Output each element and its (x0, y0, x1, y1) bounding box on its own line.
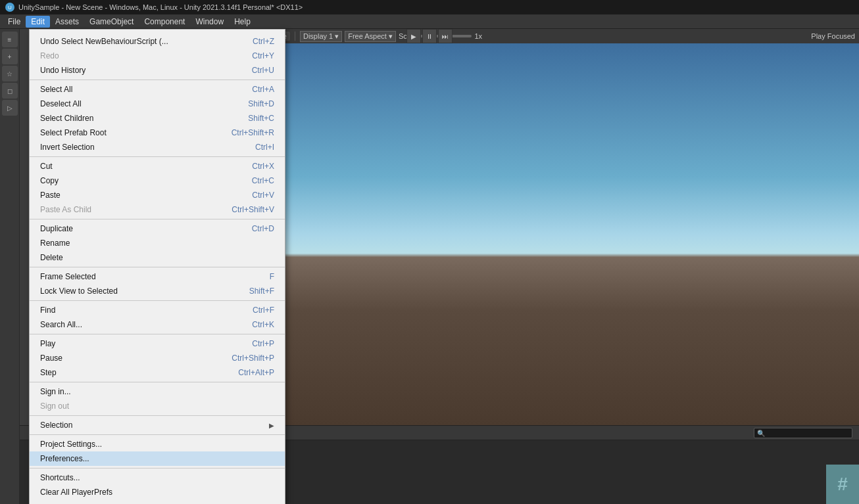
menu-assets[interactable]: Assets (50, 16, 84, 28)
menu-bar: File Edit Assets GameObject Component Wi… (0, 14, 859, 29)
display-dropdown[interactable]: Display 1 ▾ (300, 31, 342, 42)
menu-lock-view-to-selected[interactable]: Lock View to Selected Shift+F (30, 284, 285, 298)
menu-preferences[interactable]: Preferences... (30, 451, 285, 466)
menu-gameobject[interactable]: GameObject (84, 16, 139, 28)
sidebar-btn-5[interactable]: ▷ (2, 100, 18, 116)
sidebar-btn-2[interactable]: + (2, 49, 18, 64)
menu-cut[interactable]: Cut Ctrl+X (30, 159, 285, 173)
aspect-dropdown-arrow: ▾ (389, 32, 393, 41)
menu-component[interactable]: Component (139, 16, 190, 28)
menu-select-all[interactable]: Select All Ctrl+A (30, 82, 285, 97)
toolbar-separator-1 (295, 32, 295, 41)
menu-sign-in[interactable]: Sign in... (30, 384, 285, 399)
menu-redo[interactable]: Redo Ctrl+Y (30, 49, 285, 63)
menu-edit[interactable]: Edit (26, 16, 50, 28)
play-focused-label: Play Focused (811, 32, 855, 40)
menu-section-clipboard: Cut Ctrl+X Copy Ctrl+C Paste Ctrl+V Past… (30, 157, 285, 219)
app-icon: U (5, 3, 14, 12)
menu-section-play: Play Ctrl+P Pause Ctrl+Shift+P Step Ctrl… (30, 334, 285, 382)
menu-project-settings[interactable]: Project Settings... (30, 437, 285, 451)
menu-selection[interactable]: Selection ▶ (30, 418, 285, 432)
search-icon: 🔍 (757, 430, 765, 437)
menu-section-settings: Project Settings... Preferences... (30, 435, 285, 469)
sidebar-btn-3[interactable]: ☆ (2, 66, 18, 81)
menu-undo-history[interactable]: Undo History Ctrl+U (30, 63, 285, 78)
menu-clear-playerprefs[interactable]: Clear All PlayerPrefs (30, 485, 285, 499)
menu-section-select: Select All Ctrl+A Deselect All Shift+D S… (30, 80, 285, 157)
menu-shortcuts[interactable]: Shortcuts... (30, 470, 285, 485)
menu-section-selection: Selection ▶ (30, 416, 285, 435)
hash-symbol: # (837, 474, 848, 495)
menu-invert-selection[interactable]: Invert Selection Ctrl+I (30, 140, 285, 154)
display-dropdown-arrow: ▾ (335, 32, 339, 41)
menu-help[interactable]: Help (229, 16, 256, 28)
edit-dropdown-menu: Undo Select NewBehaviourScript (... Ctrl… (29, 29, 285, 504)
menu-copy[interactable]: Copy Ctrl+C (30, 173, 285, 188)
menu-section-account: Sign in... Sign out (30, 382, 285, 416)
menu-delete[interactable]: Delete (30, 250, 285, 265)
display-label: Display 1 (303, 32, 333, 40)
menu-deselect-all[interactable]: Deselect All Shift+D (30, 97, 285, 111)
menu-section-find: Find Ctrl+F Search All... Ctrl+K (30, 301, 285, 334)
menu-section-frame: Frame Selected F Lock View to Selected S… (30, 267, 285, 301)
menu-find[interactable]: Find Ctrl+F (30, 303, 285, 317)
selection-arrow-icon: ▶ (269, 422, 274, 429)
menu-select-prefab-root[interactable]: Select Prefab Root Ctrl+Shift+R (30, 126, 285, 140)
menu-select-children[interactable]: Select Children Shift+C (30, 111, 285, 126)
play-controls: ▶ ⏸ ⏭ (406, 29, 453, 43)
menu-file[interactable]: File (3, 16, 26, 28)
window-title: UnitySample - New Scene - Windows, Mac, … (18, 3, 303, 11)
menu-rename[interactable]: Rename (30, 236, 285, 250)
left-sidebar: ≡ + ☆ ◻ ▷ (0, 29, 20, 504)
menu-section-edit: Duplicate Ctrl+D Rename Delete (30, 219, 285, 267)
play-button[interactable]: ▶ (406, 29, 421, 43)
menu-duplicate[interactable]: Duplicate Ctrl+D (30, 221, 285, 236)
pause-button[interactable]: ⏸ (422, 29, 437, 43)
menu-search-all[interactable]: Search All... Ctrl+K (30, 317, 285, 332)
sidebar-btn-1[interactable]: ≡ (2, 32, 18, 47)
aspect-dropdown[interactable]: Free Aspect ▾ (345, 31, 396, 42)
menu-section-shortcuts: Shortcuts... Clear All PlayerPrefs (30, 469, 285, 501)
menu-play[interactable]: Play Ctrl+P (30, 336, 285, 351)
menu-sign-out[interactable]: Sign out (30, 399, 285, 413)
bottom-search[interactable]: 🔍 (754, 428, 852, 438)
scale-value: 1x (474, 32, 482, 40)
menu-undo[interactable]: Undo Select NewBehaviourScript (... Ctrl… (30, 34, 285, 49)
aspect-label: Free Aspect (348, 32, 387, 40)
menu-window[interactable]: Window (190, 16, 229, 28)
menu-section-undo: Undo Select NewBehaviourScript (... Ctrl… (30, 32, 285, 80)
step-button[interactable]: ⏭ (438, 29, 453, 43)
hash-icon-button[interactable]: # (826, 465, 859, 504)
menu-step[interactable]: Step Ctrl+Alt+P (30, 365, 285, 380)
scene-canvas (260, 43, 859, 425)
game-view-toolbar: Game Display 1 ▾ Free Aspect ▾ Scale 1x … (260, 29, 859, 43)
sidebar-btn-4[interactable]: ◻ (2, 83, 18, 99)
menu-frame-selected[interactable]: Frame Selected F (30, 269, 285, 284)
menu-paste-as-child[interactable]: Paste As Child Ctrl+Shift+V (30, 202, 285, 217)
title-bar: U UnitySample - New Scene - Windows, Mac… (0, 0, 859, 14)
menu-pause[interactable]: Pause Ctrl+Shift+P (30, 351, 285, 365)
menu-paste[interactable]: Paste Ctrl+V (30, 188, 285, 202)
